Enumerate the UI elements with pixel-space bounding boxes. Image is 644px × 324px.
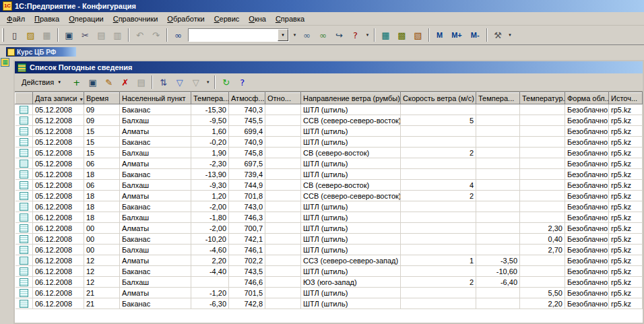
table-row[interactable]: 05.12.200806Алматы-2,30697,5ШТЛ (штиль)Б…: [15, 158, 643, 169]
cell[interactable]: [401, 169, 476, 180]
cell[interactable]: ШТЛ (штиль): [301, 104, 401, 115]
cell[interactable]: ШТЛ (штиль): [301, 223, 401, 234]
cell[interactable]: 2,70: [520, 245, 565, 255]
cell[interactable]: Баканас: [120, 234, 191, 245]
cell[interactable]: -6,30: [191, 298, 229, 309]
cell[interactable]: [265, 191, 301, 201]
cell[interactable]: [401, 212, 476, 223]
cell[interactable]: 18: [84, 191, 120, 201]
cell[interactable]: 06.12.2008: [33, 277, 84, 288]
table-row[interactable]: 05.12.200806Балхаш-9,30744,9СВ (северо-в…: [15, 180, 643, 191]
cell[interactable]: ШТЛ (штиль): [301, 234, 401, 245]
cell[interactable]: ШТЛ (штиль): [301, 169, 401, 180]
add-button[interactable]: +: [69, 75, 84, 90]
menu-service[interactable]: Сервис: [210, 13, 245, 25]
copy-value-button[interactable]: ▤: [133, 75, 149, 90]
cell[interactable]: 05.12.2008: [33, 115, 84, 126]
toolbar-grip[interactable]: [2, 28, 4, 42]
cell[interactable]: 06.12.2008: [33, 266, 84, 277]
cell[interactable]: [476, 223, 520, 234]
filter-dropdown-icon[interactable]: ▼: [204, 75, 212, 90]
cell[interactable]: Безоблачно: [565, 245, 609, 255]
cell[interactable]: 740,9: [229, 137, 265, 148]
filter-button[interactable]: ▽: [172, 75, 187, 90]
cell[interactable]: [401, 158, 476, 169]
cell[interactable]: [265, 298, 301, 309]
cell[interactable]: Безоблачно: [565, 158, 609, 169]
cell[interactable]: Балхаш: [120, 212, 191, 223]
cell[interactable]: Балхаш: [120, 277, 191, 288]
cell[interactable]: Балхаш: [120, 115, 191, 126]
table-row[interactable]: 06.12.200800Балхаш-4,60746,1ШТЛ (штиль)2…: [15, 245, 643, 255]
cell[interactable]: rp5.kz: [609, 137, 643, 148]
cell[interactable]: 06.12.2008: [33, 288, 84, 298]
cell[interactable]: [476, 180, 520, 191]
cell[interactable]: СВ (северо-восток): [301, 180, 401, 191]
cell[interactable]: 697,5: [229, 158, 265, 169]
cell[interactable]: Баканас: [120, 104, 191, 115]
column-header[interactable]: Скорость ветра (м/с): [401, 93, 476, 104]
cell[interactable]: 12: [84, 277, 120, 288]
cell[interactable]: Баканас: [120, 169, 191, 180]
cell[interactable]: СВ (северо-восток): [301, 148, 401, 158]
cell[interactable]: 00: [84, 223, 120, 234]
cell[interactable]: [476, 158, 520, 169]
cell[interactable]: -0,20: [191, 137, 229, 148]
cell[interactable]: Безоблачно: [565, 137, 609, 148]
table-row[interactable]: 05.12.200809Балхаш-9,50745,5ССВ (северо-…: [15, 115, 643, 126]
icon-column-header[interactable]: [15, 93, 33, 104]
cell[interactable]: 09: [84, 115, 120, 126]
cell[interactable]: ССЗ (северо-северо-запад): [301, 255, 401, 266]
cell[interactable]: 1,20: [191, 191, 229, 201]
cell[interactable]: 4: [401, 180, 476, 191]
cell[interactable]: 746,3: [229, 212, 265, 223]
cell[interactable]: 12: [84, 266, 120, 277]
cell[interactable]: rp5.kz: [609, 115, 643, 126]
cell[interactable]: 744,9: [229, 180, 265, 191]
cell[interactable]: [265, 288, 301, 298]
cell[interactable]: 2,20: [520, 298, 565, 309]
cell[interactable]: 701,5: [229, 288, 265, 298]
delete-button[interactable]: ✗: [117, 75, 133, 90]
cell[interactable]: [476, 137, 520, 148]
cell[interactable]: ШТЛ (штиль): [301, 126, 401, 137]
cell[interactable]: 699,4: [229, 126, 265, 137]
table-row[interactable]: 06.12.200818Балхаш-1,80746,3ШТЛ (штиль)Б…: [15, 212, 643, 223]
table-row[interactable]: 05.12.200818Баканас-13,90739,4ШТЛ (штиль…: [15, 169, 643, 180]
search-history-dropdown-icon[interactable]: ▼: [291, 28, 298, 42]
cell[interactable]: 05.12.2008: [33, 137, 84, 148]
cell[interactable]: [520, 169, 565, 180]
cell[interactable]: ШТЛ (штиль): [301, 158, 401, 169]
cell[interactable]: 06.12.2008: [33, 201, 84, 212]
cell[interactable]: [265, 212, 301, 223]
cell[interactable]: 12: [84, 255, 120, 266]
cell[interactable]: 702,2: [229, 255, 265, 266]
cell[interactable]: Безоблачно: [565, 148, 609, 158]
cell[interactable]: 00: [84, 245, 120, 255]
cell[interactable]: 2: [401, 148, 476, 158]
cell[interactable]: [520, 104, 565, 115]
calc-memory-minus-button[interactable]: М-: [467, 28, 484, 42]
actions-button[interactable]: Действия ▼: [17, 75, 66, 90]
table-row[interactable]: 06.12.200800Алматы-2,00700,7ШТЛ (штиль)2…: [15, 223, 643, 234]
cell[interactable]: [476, 245, 520, 255]
cell[interactable]: 5: [401, 115, 476, 126]
cell[interactable]: Баканас: [120, 201, 191, 212]
table-row[interactable]: 05.12.200815Баканас-0,20740,9ШТЛ (штиль)…: [15, 137, 643, 148]
cell[interactable]: Баканас: [120, 266, 191, 277]
cell[interactable]: -9,30: [191, 180, 229, 191]
edit-button[interactable]: ✎: [101, 75, 117, 90]
cell[interactable]: 2: [401, 191, 476, 201]
cell[interactable]: 06.12.2008: [33, 212, 84, 223]
cell[interactable]: [191, 277, 229, 288]
cell[interactable]: ССВ (северо-северо-восток): [301, 191, 401, 201]
cut-button[interactable]: ✂: [77, 28, 93, 42]
cell[interactable]: 05.12.2008: [33, 180, 84, 191]
cell[interactable]: -1,80: [191, 212, 229, 223]
picture-button[interactable]: ▧: [410, 28, 426, 42]
cell[interactable]: [520, 191, 565, 201]
cell[interactable]: [265, 277, 301, 288]
column-header[interactable]: Темпера...: [191, 93, 229, 104]
help-about-button[interactable]: ?: [348, 28, 363, 42]
cell[interactable]: 745,8: [229, 148, 265, 158]
